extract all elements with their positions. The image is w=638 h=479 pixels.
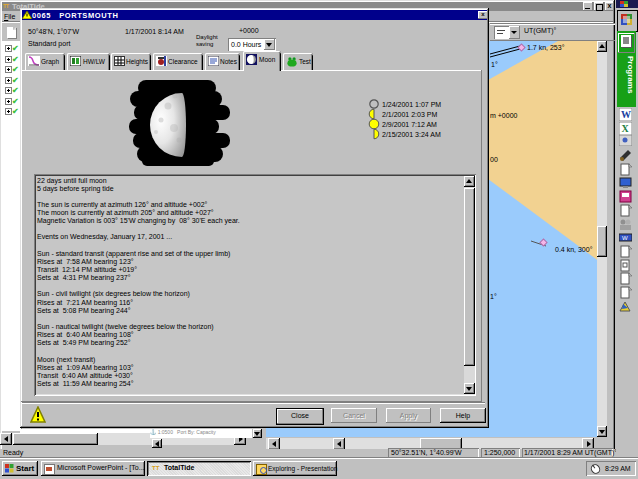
svg-text:W: W	[621, 109, 631, 120]
svg-text:W: W	[622, 235, 628, 241]
svg-text:X: X	[622, 123, 630, 134]
